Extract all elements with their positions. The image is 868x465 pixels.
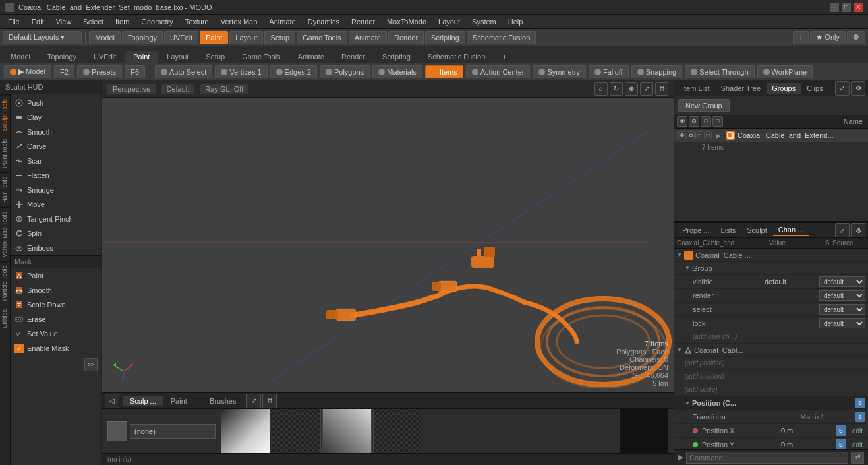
prop-edit-pos-x[interactable]: edit [850,427,865,435]
mode-tab-render[interactable]: Render [333,51,373,63]
vt-presets-button[interactable]: Presets [77,65,122,78]
perspective-label[interactable]: Perspective [107,84,156,94]
prop-dropdown-visible[interactable]: default [819,276,865,287]
tool-mask-scale-down[interactable]: Scale Down [11,297,101,312]
toolbar-star-button[interactable]: ★ Only [810,31,846,44]
preset-thumb-1[interactable] [221,409,270,453]
default-label[interactable]: Default [161,84,194,94]
preset-thumb-2[interactable] [272,409,321,453]
menu-item-help[interactable]: Help [503,16,529,27]
prop-dropdown-select[interactable]: default [819,304,865,315]
prop-tab-sculpt[interactable]: Sculpt [741,225,772,235]
bottom-settings-button[interactable]: ⚙ [262,394,277,408]
item-vis-box1[interactable]: □ [695,131,703,139]
mode-tab-schematic-fusion[interactable]: Schematic Fusion [420,51,493,63]
prop-row-position-section[interactable]: ▼ Position (C... S [674,396,868,410]
prop-triangle-group[interactable]: ▼ [685,266,690,271]
tool-mask-smooth[interactable]: Smooth [11,283,101,297]
vt-items[interactable]: Items [425,65,463,78]
toolbar-tab-setup[interactable]: Setup [264,31,295,44]
mode-tab-model[interactable]: Model [3,51,38,63]
menu-item-texture[interactable]: Texture [180,16,214,27]
vt-model-mode[interactable]: ▶ Model [4,65,51,78]
vt-action-center[interactable]: Action Center [466,65,531,78]
expand-sidebar-button[interactable]: >> [84,358,98,371]
toolbar-tab-topology[interactable]: Topology [122,31,163,44]
tab-paint-tools[interactable]: Paint ... [164,396,202,406]
viewport-canvas[interactable]: 7 Items Polygons : Face Channels: 0 Defo… [102,98,674,392]
vt-f2-button[interactable]: F2 [54,65,74,78]
tool-scar[interactable]: Scar [11,154,101,168]
menu-item-maxtomodo[interactable]: MaxToModo [382,16,432,27]
vis-gear-button[interactable]: ⚙ [689,116,699,127]
tab-item-list[interactable]: Item List [677,83,715,94]
maximize-button[interactable]: □ [842,3,851,12]
menu-item-file[interactable]: File [3,16,25,27]
prop-tab-lists[interactable]: Lists [716,225,741,235]
toolbar-tab-game-tools[interactable]: Game Tools [297,31,347,44]
prop-dropdown-render[interactable]: default [819,290,865,301]
viewport-home-button[interactable]: ⌂ [594,82,608,96]
menu-item-animate[interactable]: Animate [264,16,301,27]
toolbar-tab-render[interactable]: Render [388,31,424,44]
menu-item-geometry[interactable]: Geometry [136,16,178,27]
group-item-row[interactable]: 👁 ⚙ □ □ ▶ Coaxial_Cable_and_Extend... [674,129,868,142]
menu-item-view[interactable]: View [51,16,77,27]
mode-tab-game-tools[interactable]: Game Tools [234,51,289,63]
command-run-button[interactable]: ⏎ [851,452,864,464]
tab-groups[interactable]: Groups [767,83,801,94]
vt-falloff[interactable]: Falloff [589,65,629,78]
ray-gl-label[interactable]: Ray GL: Off [200,84,248,94]
minimize-button[interactable]: ─ [830,3,839,12]
toolbar-tab-animate[interactable]: Animate [349,31,387,44]
preset-thumb-3[interactable] [322,409,372,453]
right-settings-button[interactable]: ⚙ [851,81,865,96]
prop-dropdown-lock[interactable]: default [819,318,865,328]
tool-clay[interactable]: Clay [11,110,101,125]
tool-tangent-pinch[interactable]: Tangent Pinch [11,212,101,226]
prop-row-add-rotation[interactable]: (add rotation) [674,370,868,383]
prop-triangle-position[interactable]: ▼ [685,400,690,406]
viewport-fit-button[interactable]: ⤢ [640,82,653,96]
tool-mask-paint[interactable]: Paint [11,268,101,283]
title-controls[interactable]: ─ □ ✕ [830,3,863,12]
mode-tab-topology[interactable]: Topology [40,51,84,63]
prop-tab-chan[interactable]: Chan ... [773,224,809,236]
vis-box1-button[interactable]: □ [701,116,711,127]
tool-spin[interactable]: Spin [11,226,101,241]
item-expand-arrow[interactable]: ▶ [716,132,721,139]
prop-row-group[interactable]: ▼ Group [674,262,868,275]
tool-erase[interactable]: Erase [11,312,101,326]
tool-carve[interactable]: Carve [11,139,101,154]
tool-push[interactable]: Push [11,96,101,110]
prop-row-add-scale[interactable]: (add scale) [674,383,868,396]
menu-item-system[interactable]: System [467,16,502,27]
mode-tab-layout[interactable]: Layout [159,51,196,63]
mode-tab-paint[interactable]: Paint [125,51,158,63]
enable-mask-checkbox[interactable]: ✓ [14,344,24,353]
brush-name-select[interactable]: (none) [130,424,216,439]
tool-smooth[interactable]: Smooth [11,125,101,139]
vt-materials[interactable]: Materials [372,65,422,78]
vt-snapping[interactable]: Snapping [631,65,683,78]
prop-triangle-root[interactable]: ▼ [677,253,682,258]
prop-triangle-coaxial[interactable]: ▼ [677,348,682,353]
viewport-settings-button[interactable]: ⚙ [655,82,668,96]
vt-auto-select[interactable]: Auto Select [155,65,212,78]
side-tab-sculpt[interactable]: Sculpt Tools [0,94,10,135]
toolbar-tab-paint[interactable]: Paint [200,31,228,44]
toolbar-add-button[interactable]: + [793,31,809,44]
toolbar-tab-uvedit[interactable]: UVEdit [164,31,198,44]
bottom-expand2-button[interactable]: ⤢ [246,394,261,408]
tool-flatten[interactable]: Flatten [11,168,101,183]
item-vis-eye[interactable]: 👁 [678,131,686,139]
tool-smudge[interactable]: Smudge [11,183,101,197]
viewport-zoom-button[interactable]: ⊕ [625,82,638,96]
vt-edges[interactable]: Edges 2 [270,65,317,78]
vis-box2-button[interactable]: □ [712,116,723,127]
menu-item-layout[interactable]: Layout [433,16,465,27]
mode-tab-uvedit[interactable]: UVEdit [86,51,124,63]
toolbar-tab-scripting[interactable]: Scripting [425,31,465,44]
tool-set-value[interactable]: V Set Value [11,326,101,341]
prop-edit-pos-y[interactable]: edit [850,441,865,449]
